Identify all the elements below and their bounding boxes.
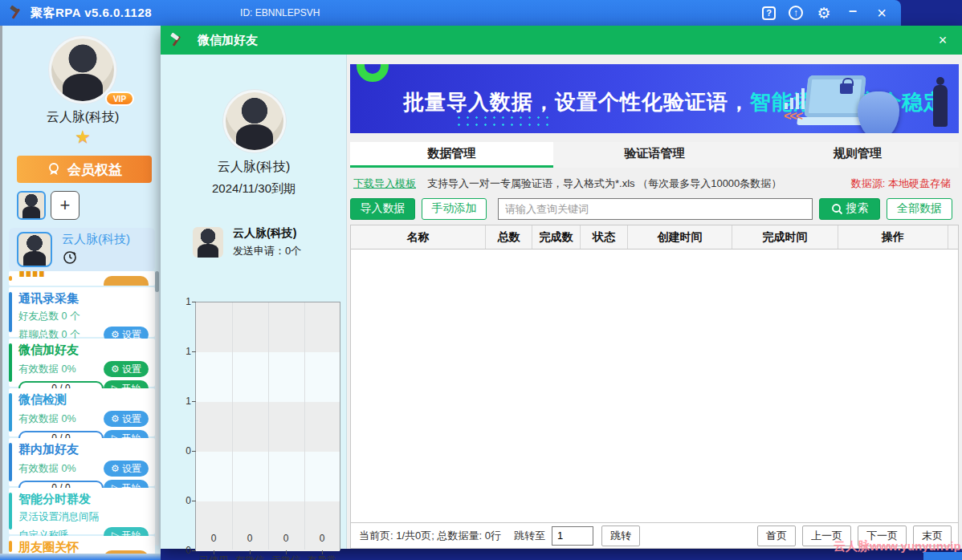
column-header[interactable]: 完成数 <box>532 225 581 249</box>
module-line: 好友总数 0 个 <box>15 310 149 323</box>
module-title: 智能分时群发 <box>15 492 149 507</box>
chart-plot-area <box>195 302 340 550</box>
module-group-add-friend[interactable]: 群内加好友 有效数据 0% ⚙ 设置 0 / 0 ▷ 开始 <box>9 438 155 486</box>
wechat-add-friend-dialog: 微信加好友 × 云人脉(科技) 2024/11/30到期 云人脉(科技) 发送申… <box>161 26 962 549</box>
column-header[interactable]: 操作 <box>838 225 948 249</box>
profile-name: 云人脉(科技) <box>2 109 163 126</box>
y-tick: 0 <box>175 495 191 506</box>
module-title: 微信检测 <box>15 392 149 408</box>
dialog-hammer-icon <box>169 32 185 48</box>
manual-add-button[interactable]: 手动添加 <box>422 198 487 220</box>
module-line: 灵活设置消息间隔 <box>15 510 149 524</box>
gear-icon[interactable]: ⚙ <box>816 5 832 21</box>
tab-rule-management[interactable]: 规则管理 <box>756 142 959 168</box>
titlebar-buttons: ? ↑ ⚙ – × <box>762 0 890 26</box>
column-header[interactable]: 完成时间 <box>732 225 838 249</box>
requests-sent: 发送申请：0个 <box>233 244 301 258</box>
dialog-title: 微信加好友 <box>198 33 258 48</box>
settings-button[interactable]: ⚙ 设置 <box>104 361 149 377</box>
close-icon[interactable]: × <box>874 5 890 21</box>
info-row: 下载导入模板 支持导入一对一专属验证语，导入格式为*.xls （每次最多导入10… <box>353 175 959 193</box>
search-input[interactable] <box>498 198 813 220</box>
x-category: 无微信 <box>267 554 304 560</box>
app-logo-hammer-icon <box>8 5 24 21</box>
shield-illustration <box>858 91 899 133</box>
module-line: 有效数据 0% <box>18 462 76 476</box>
tab-data-management[interactable]: 数据管理 <box>350 142 553 168</box>
dialog-account-name: 云人脉(科技) <box>233 226 301 241</box>
table-header: 名称 总数 完成数 状态 创建时间 完成时间 操作 <box>351 225 958 250</box>
settings-button[interactable]: ⚙ 设置 <box>104 461 149 477</box>
member-benefits-label: 会员权益 <box>67 160 122 179</box>
search-button[interactable]: 搜索 <box>819 198 880 220</box>
corner-decoration <box>923 552 962 560</box>
vip-badge: VIP <box>105 91 134 106</box>
datasource-label: 数据源: 本地硬盘存储 <box>851 177 951 191</box>
person-illustration <box>933 85 948 127</box>
settings-button[interactable]: ⚙ 设置 <box>104 411 149 427</box>
screen: 聚客RPA v5.6.0.1128 ID: EBNNLEPSVH ? ↑ ⚙ –… <box>0 0 962 560</box>
data-table: 名称 总数 完成数 状态 创建时间 完成时间 操作 <box>350 225 959 523</box>
dialog-avatar <box>223 90 286 152</box>
column-header[interactable]: 名称 <box>351 225 486 249</box>
import-description: 支持导入一对一专属验证语，导入格式为*.xls （每次最多导入10000条数据） <box>427 177 781 191</box>
promo-banner: 批量导入数据，设置个性化验证语，智能添加，安全稳定 <<< <box>350 64 959 133</box>
timer-icon <box>62 249 78 265</box>
dialog-close-icon[interactable]: × <box>931 26 954 55</box>
banner-ring-decoration <box>357 64 389 82</box>
add-account-button[interactable]: + <box>51 191 79 220</box>
column-header-spacer <box>948 225 958 249</box>
clipped-module[interactable]: ▮▮▮▮ <box>9 271 155 286</box>
import-data-button[interactable]: 导入数据 <box>350 198 415 220</box>
y-tick: 0 <box>175 445 191 457</box>
module-wechat-add-friend[interactable]: 微信加好友 有效数据 0% ⚙ 设置 0 / 0 ▷ 开始 <box>9 339 155 387</box>
all-data-button[interactable]: 全部数据 <box>887 198 952 220</box>
column-header[interactable]: 总数 <box>486 225 532 249</box>
search-icon <box>831 203 843 215</box>
column-header[interactable]: 创建时间 <box>628 225 732 249</box>
jump-label: 跳转至 <box>514 529 545 543</box>
module-line: 有效数据 0% <box>18 412 76 426</box>
jump-page-input[interactable] <box>552 526 593 546</box>
first-page-button[interactable]: 首页 <box>757 526 796 546</box>
stats-bar-chart: 1 1 1 0 0 0 0 0 0 0 已使用 有微信 无微信 有异常 <box>169 295 342 560</box>
toolbar: 导入数据 手动添加 搜索 全部数据 <box>350 197 959 220</box>
jump-button[interactable]: 跳转 <box>601 526 640 546</box>
bar-value: 0 <box>195 533 232 544</box>
dialog-account-row: 云人脉(科技) 发送申请：0个 <box>193 226 301 258</box>
dialog-main-panel: 批量导入数据，设置个性化验证语，智能添加，安全稳定 <<< 数据管理 验证语管理… <box>347 55 962 549</box>
dialog-left-panel: 云人脉(科技) 2024/11/30到期 云人脉(科技) 发送申请：0个 <box>161 55 347 549</box>
update-icon[interactable]: ↑ <box>789 6 803 20</box>
bar-value: 0 <box>267 533 304 544</box>
download-template-link[interactable]: 下载导入模板 <box>353 177 416 191</box>
dialog-account-avatar <box>193 227 223 258</box>
expiry-date: 2024/11/30到期 <box>161 181 347 197</box>
column-header[interactable]: 状态 <box>581 225 628 249</box>
y-tick: 1 <box>175 396 191 407</box>
banner-bars-decoration <box>785 88 805 109</box>
window-bottom-edge <box>0 554 161 560</box>
account-thumb[interactable] <box>17 191 46 220</box>
star-icon: ★ <box>2 127 163 148</box>
module-wechat-check[interactable]: 微信检测 有效数据 0% ⚙ 设置 0 / 0 ▷ 开始 <box>9 388 155 436</box>
banner-dots-decoration <box>455 114 551 130</box>
module-contact-collect[interactable]: 通讯录采集 好友总数 0 个 群聊总数 0 个 ⚙ 设置 <box>9 287 155 337</box>
module-smart-group-send[interactable]: 智能分时群发 灵活设置消息间隔 自定义称呼 ▷ 开始 <box>9 488 155 534</box>
dialog-profile-name: 云人脉(科技) <box>161 159 347 176</box>
medal-icon <box>47 162 61 177</box>
current-account-card[interactable]: 云人脉(科技) <box>9 228 155 271</box>
x-category: 有异常 <box>304 554 340 560</box>
dialog-header[interactable]: 微信加好友 × <box>161 26 962 55</box>
sidebar-scrollbar[interactable] <box>155 271 159 546</box>
member-benefits-button[interactable]: 会员权益 <box>17 156 152 183</box>
y-tick: 1 <box>175 346 191 357</box>
y-tick: 1 <box>175 296 191 307</box>
titlebar: 聚客RPA v5.6.0.1128 ID: EBNNLEPSVH ? ↑ ⚙ –… <box>0 0 901 26</box>
sidebar: VIP 云人脉(科技) ★ 会员权益 + 云人脉(科技) <box>0 26 161 554</box>
tab-strip: 数据管理 验证语管理 规则管理 <box>350 142 959 168</box>
tab-verification-management[interactable]: 验证语管理 <box>553 142 756 168</box>
minimize-icon[interactable]: – <box>845 5 861 21</box>
module-line: 有效数据 0% <box>18 363 76 376</box>
help-icon[interactable]: ? <box>762 6 776 20</box>
x-category: 有微信 <box>231 554 268 560</box>
